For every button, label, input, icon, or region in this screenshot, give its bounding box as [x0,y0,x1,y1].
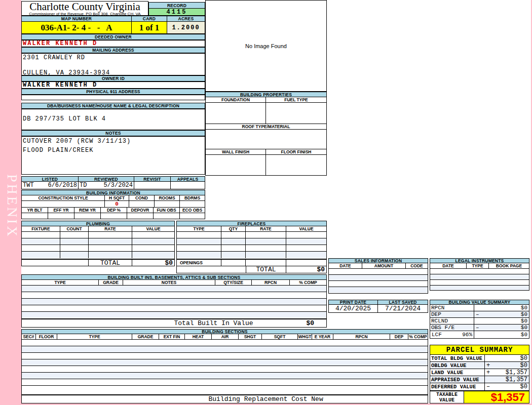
county-header: Charlotte County Virginia Commissioner o… [21,1,148,16]
built-ins-col-qtysize: QTY/SIZE [215,280,252,285]
plumbing-row[interactable] [22,252,174,258]
fireplaces-row[interactable] [177,252,326,258]
legal-description: DB 297/735 LOT BLK 4 [23,115,204,123]
depovr-label: DEPOVR [127,208,154,213]
deeded-owner-value[interactable]: WALKER KENNETH D [21,40,205,47]
plumbing-row[interactable] [22,232,174,238]
acres-label: ACRES [167,16,205,22]
building-sections-row[interactable] [22,340,428,346]
map-number-value[interactable]: 036-A1- 2- 4 - - A [22,22,132,33]
hsqft-value[interactable]: 0 [105,201,129,207]
map-card-acres: MAP NUMBER CARD ACRES 036-A1- 2- 4 - - A… [21,16,205,34]
built-ins-row[interactable] [22,312,326,318]
funobs-value[interactable] [154,213,180,219]
obldg-op: + [486,362,490,369]
dep-pct-label: DEP % [101,208,127,213]
last-saved-value: 7/21/2024 [378,305,428,312]
plumbing-row[interactable] [22,238,174,245]
rclnd-label: RCLND [430,318,474,324]
reviewed-value[interactable]: TD 5/3/2024 [79,182,134,189]
acres-value[interactable]: 1.2000 [167,22,205,33]
mailing-line1: 2301 CRAWLEY RD [23,54,204,61]
record-value[interactable]: 4115 [148,9,205,16]
sales-row[interactable] [329,269,428,275]
building-sections-title: BUILDING SECTIONS [21,329,428,334]
revisit-value[interactable] [134,182,171,189]
dep-label: DEP [430,311,474,317]
effyr-label: EFF YR [48,208,74,213]
building-value-summary: BUILDING VALUE SUMMARY RPCN $0 DEP – $0 … [430,300,529,339]
fireplaces-row[interactable] [177,238,326,245]
yrblt-label: YR BLT [22,208,48,213]
ecoobs-value[interactable] [180,213,205,219]
obs-value: $0 [521,325,527,331]
plumbing-row[interactable] [22,245,174,252]
building-sections-row[interactable] [22,379,428,386]
listed-value[interactable]: TWT 6/6/2018 [22,182,79,189]
floor-finish-value[interactable] [266,155,326,175]
construction-style-value[interactable] [22,201,105,207]
parcel-row-deferred: DEFERRED VALUE – $0 [430,383,529,390]
fuel-type-value[interactable] [266,103,326,124]
print-saved-block: PRINT DATE LAST SAVED 4/20/2025 7/21/202… [328,300,428,313]
fireplaces-row[interactable] [177,232,326,238]
legal-row[interactable] [430,269,529,274]
plumbing-col-rate: RATE [89,226,132,231]
physical-911-value[interactable] [21,95,205,100]
openings-value[interactable] [221,260,246,266]
card-value[interactable]: 1 of 1 [132,22,167,33]
sales-row[interactable] [329,281,428,287]
yrblt-value[interactable] [22,213,48,219]
built-ins-row[interactable] [22,292,326,299]
sections-col-heat: HEAT [185,334,212,339]
dep-op: – [476,311,479,317]
dba-box[interactable]: DB 297/735 LOT BLK 4 [21,109,205,130]
effyr-value[interactable] [48,213,74,219]
funobs-label: FUN OBS [154,208,180,213]
fireplaces-row[interactable] [177,245,326,252]
depovr-value[interactable] [127,213,154,219]
foundation-value[interactable] [206,103,266,124]
building-information-title: BUILDING INFORMATION [21,190,205,195]
roof-type-value[interactable] [205,130,327,149]
dep-pct-value[interactable] [101,213,127,219]
plumbing-col-value: VALUE [132,226,174,231]
built-ins-row[interactable] [22,305,326,312]
building-sections-row[interactable] [22,353,428,359]
built-ins-row[interactable] [22,299,326,305]
fireplaces-total-label: TOTAL [246,266,286,273]
sales-row[interactable] [329,287,428,293]
sales-col-amount: AMOUNT [362,263,406,268]
notes-box[interactable]: CUTOVER 2007 (RCW 3/11/13) FLOOD PLAIN/C… [21,136,205,175]
fireplaces-col-type: TYPE [177,226,221,231]
building-sections-row[interactable] [22,366,428,373]
record-block: RECORD 4115 [148,2,205,16]
cond-value[interactable] [129,201,155,207]
county-title: Charlotte County Virginia [22,2,148,12]
owner-id-value[interactable]: WALKER KENNETH D [21,82,205,89]
wall-finish-value[interactable] [206,155,266,175]
building-sections-row[interactable] [22,386,428,394]
bdrms-value[interactable] [180,201,205,207]
building-sections-row[interactable] [22,373,428,379]
fireplaces-col-rate: RATE [246,226,286,231]
legal-row[interactable] [430,286,529,290]
legal-row[interactable] [430,274,529,280]
mailing-address-box[interactable]: 2301 CRAWLEY RD CULLEN, VA 23934-3934 [21,53,205,75]
legal-row[interactable] [430,280,529,286]
parcel-row-appraised: APPRAISED VALUE $1,357 [430,376,529,383]
appeals-value[interactable] [171,182,205,189]
map-number-label: MAP NUMBER [21,16,132,22]
built-ins-col-rpcn: RPCN [252,280,290,285]
parcel-summary: PARCEL SUMMARY TOTAL BLDG VALUE $0 OBLDG… [430,345,529,403]
rclnd-value: $0 [521,318,527,324]
building-sections-row[interactable] [22,359,428,366]
taxable-value-label: TAXABLE VALUE [430,391,464,403]
remyr-value[interactable] [74,213,101,219]
listed-date: 6/6/2018 [48,182,77,189]
sales-row[interactable] [329,275,428,281]
remyr-label: REM YR [74,208,101,213]
built-ins-row[interactable] [22,286,326,292]
building-sections-row[interactable] [22,346,428,353]
rooms-value[interactable] [155,201,180,207]
